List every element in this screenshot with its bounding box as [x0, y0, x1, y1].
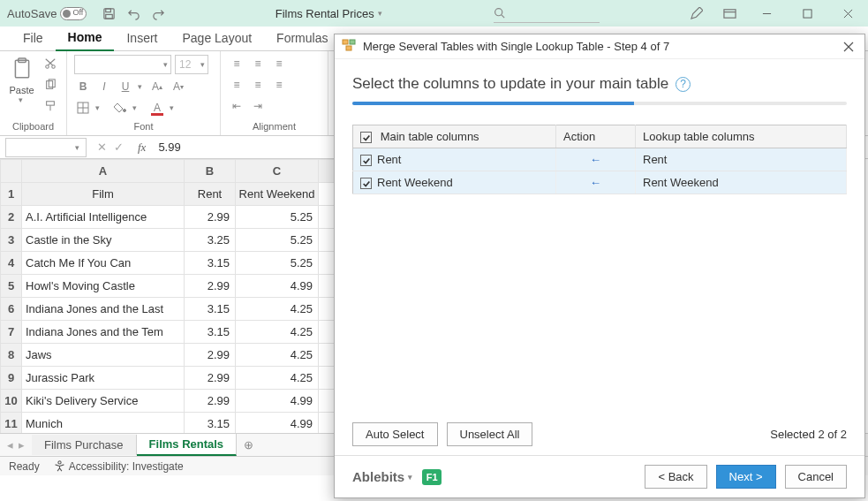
th-lookup[interactable]: Lookup table columns [636, 125, 847, 148]
cut-icon[interactable] [42, 55, 59, 72]
search-box[interactable] [494, 4, 600, 23]
col-header-a[interactable]: A [22, 160, 185, 183]
cell[interactable]: 3.15 [185, 298, 236, 321]
cell[interactable]: 5.25 [236, 206, 319, 229]
dialog-titlebar[interactable]: Merge Several Tables with Single Lookup … [335, 34, 864, 59]
cell[interactable]: 5.25 [236, 252, 319, 275]
tab-insert[interactable]: Insert [114, 26, 170, 50]
title-dropdown-icon[interactable]: ▾ [378, 9, 385, 18]
italic-button[interactable]: I [95, 78, 113, 95]
fx-icon[interactable]: fx [138, 140, 146, 155]
align-middle-icon[interactable]: ≡ [249, 55, 267, 72]
cell[interactable]: Indiana Jones and the Tem [22, 321, 185, 344]
align-left-icon[interactable]: ≡ [228, 76, 245, 94]
cell[interactable]: Castle in the Sky [22, 229, 185, 252]
cell[interactable]: Munich [22, 413, 185, 434]
cancel-button[interactable]: Cancel [785, 465, 847, 489]
cell[interactable]: 5.25 [236, 229, 319, 252]
ribbon-display-icon[interactable] [721, 5, 737, 21]
sheet-tab-rentals[interactable]: Films Rentals [137, 434, 238, 456]
row-header[interactable]: 8 [1, 344, 22, 367]
cell[interactable]: 3.15 [185, 413, 236, 434]
row-header[interactable]: 1 [1, 183, 22, 206]
increase-indent-icon[interactable]: ⇥ [249, 97, 267, 115]
decrease-indent-icon[interactable]: ⇤ [228, 97, 245, 115]
row-header[interactable]: 3 [1, 229, 22, 252]
cell[interactable]: 4.99 [236, 390, 319, 413]
borders-icon[interactable] [74, 99, 92, 117]
select-all-checkbox[interactable] [360, 132, 372, 143]
row-checkbox[interactable] [360, 178, 372, 189]
font-size-combo[interactable]: 12▾ [175, 55, 208, 74]
sheet-tab-purchase[interactable]: Films Purchase [32, 435, 137, 455]
row-header[interactable]: 5 [1, 275, 22, 298]
align-center-icon[interactable]: ≡ [249, 76, 267, 94]
maximize-button[interactable] [787, 0, 827, 27]
cell[interactable]: 2.99 [185, 344, 236, 367]
font-name-combo[interactable]: ▾ [74, 55, 171, 74]
close-button[interactable] [827, 0, 868, 27]
undo-icon[interactable] [125, 5, 141, 21]
dialog-close-icon[interactable] [840, 38, 857, 56]
sheet-nav-prev-icon[interactable]: ◂ [7, 438, 13, 452]
cell[interactable]: Jaws [22, 344, 185, 367]
cell[interactable]: Indiana Jones and the Last [22, 298, 185, 321]
cell[interactable]: 2.99 [185, 390, 236, 413]
row-checkbox[interactable] [360, 155, 372, 166]
cell[interactable]: 4.99 [236, 275, 319, 298]
minimize-button[interactable] [746, 0, 787, 27]
cell-header-rentwk[interactable]: Rent Weekend [236, 183, 319, 206]
save-icon[interactable] [101, 5, 117, 21]
help-icon[interactable]: ? [676, 77, 691, 92]
cell[interactable]: 4.25 [236, 344, 319, 367]
unselect-all-button[interactable]: Unselect All [447, 422, 533, 446]
tab-formulas[interactable]: Formulas [264, 26, 340, 50]
select-all-corner[interactable] [1, 160, 22, 183]
th-main-columns[interactable]: Main table columns [353, 125, 556, 148]
back-button[interactable]: < Back [645, 465, 706, 489]
toggle-switch[interactable]: Off [60, 7, 87, 20]
col-header-c[interactable]: C [236, 160, 319, 183]
font-color-icon[interactable]: A [148, 99, 166, 117]
row-header[interactable]: 11 [1, 413, 22, 434]
tab-page-layout[interactable]: Page Layout [170, 26, 264, 50]
paste-button[interactable]: Paste ▾ [7, 55, 36, 104]
table-row[interactable]: Rent Weekend ← Rent Weekend [353, 171, 847, 194]
align-top-icon[interactable]: ≡ [228, 55, 245, 72]
tab-home[interactable]: Home [56, 25, 115, 51]
cell[interactable]: 4.25 [236, 321, 319, 344]
underline-button[interactable]: U [117, 78, 134, 95]
status-accessibility[interactable]: Accessibility: Investigate [54, 460, 184, 473]
row-header[interactable]: 7 [1, 321, 22, 344]
cell[interactable]: 3.25 [185, 229, 236, 252]
row-header[interactable]: 4 [1, 252, 22, 275]
row-header[interactable]: 6 [1, 298, 22, 321]
autosave-toggle[interactable]: AutoSave Off [7, 7, 87, 20]
cell[interactable]: 2.99 [185, 275, 236, 298]
cell-header-rent[interactable]: Rent [185, 183, 236, 206]
align-bottom-icon[interactable]: ≡ [270, 55, 288, 72]
format-painter-icon[interactable] [42, 97, 59, 115]
lookup-cell[interactable]: Rent [636, 148, 847, 171]
cell[interactable]: Kiki's Delivery Service [22, 390, 185, 413]
redo-icon[interactable] [150, 5, 166, 21]
cell[interactable]: 3.15 [185, 321, 236, 344]
cell[interactable]: 4.25 [236, 298, 319, 321]
name-box[interactable]: ▾ [5, 138, 87, 157]
row-header[interactable]: 9 [1, 367, 22, 390]
tab-file[interactable]: File [11, 26, 56, 50]
fill-color-icon[interactable] [111, 99, 129, 117]
sheet-nav-next-icon[interactable]: ▸ [19, 438, 25, 452]
cell[interactable]: A.I. Artificial Intelligence [22, 206, 185, 229]
bold-button[interactable]: B [74, 78, 92, 95]
cell[interactable]: Catch Me If You Can [22, 252, 185, 275]
auto-select-button[interactable]: Auto Select [352, 422, 438, 446]
grow-font-icon[interactable]: A▴ [148, 78, 166, 95]
cell[interactable]: Howl's Moving Castle [22, 275, 185, 298]
cell[interactable]: 4.25 [236, 367, 319, 390]
cell[interactable]: Jurassic Park [22, 367, 185, 390]
th-action[interactable]: Action [556, 125, 636, 148]
cell[interactable]: 2.99 [185, 206, 236, 229]
brand-label[interactable]: Ablebits▾ [352, 469, 415, 484]
cell-header-film[interactable]: Film [22, 183, 185, 206]
